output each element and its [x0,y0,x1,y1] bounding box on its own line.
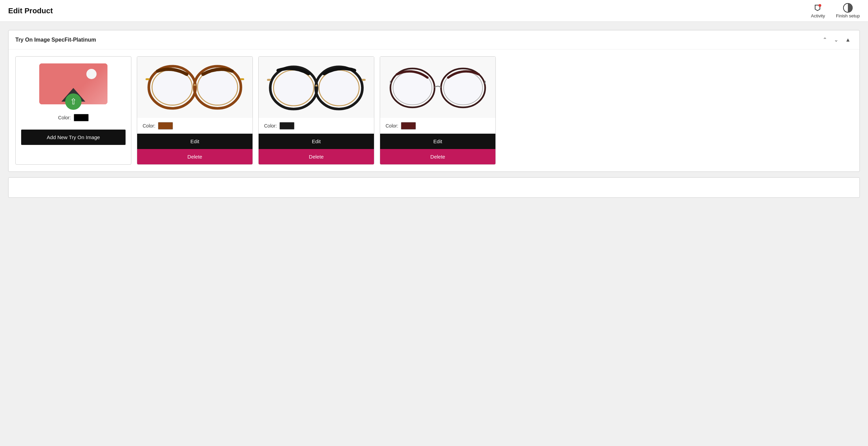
card-3-color-label: Color: [386,123,398,129]
finish-setup-icon [843,3,853,13]
card-1-color-label: Color: [143,123,155,129]
try-on-card-2: Color: Edit Delete [258,56,374,165]
panel-controls: ⌃ ⌄ ▲ [821,36,853,44]
upload-color-swatch[interactable] [74,114,89,121]
card-2-color-label: Color: [264,123,277,129]
panel-expand-up-btn[interactable]: ⌃ [821,36,829,44]
glasses-svg-3 [386,60,490,115]
main-content: Try On Image SpecFit-Platinum ⌃ ⌄ ▲ ⇧ Co… [0,22,868,206]
glasses-svg-1 [143,60,247,115]
page-title: Edit Product [8,6,53,15]
card-1-edit-button[interactable]: Edit [137,134,252,149]
card-3-color-row: Color: [386,122,490,130]
try-on-panel: Try On Image SpecFit-Platinum ⌃ ⌄ ▲ ⇧ Co… [8,30,860,172]
panel-expand-down-btn[interactable]: ⌄ [832,36,840,44]
header-actions: Activity Finish setup [811,3,860,18]
upload-icon-area: ⇧ [39,63,107,104]
app-header: Edit Product Activity [0,0,868,22]
svg-point-9 [274,70,314,106]
card-2-image [259,57,374,118]
add-new-try-on-button[interactable]: Add New Try On Image [21,130,126,145]
second-panel [8,177,860,198]
panel-title: Try On Image SpecFit-Platinum [15,37,96,43]
panel-header: Try On Image SpecFit-Platinum ⌃ ⌄ ▲ [9,30,859,49]
panel-collapse-btn[interactable]: ▲ [843,36,853,44]
svg-point-0 [819,4,821,7]
card-2-edit-button[interactable]: Edit [259,134,374,149]
card-1-delete-button[interactable]: Delete [137,149,252,164]
glasses-svg-2 [264,60,368,115]
upload-sun-icon [86,69,97,79]
card-1-body: Color: [137,118,252,130]
card-1-color-row: Color: [143,122,247,130]
svg-rect-6 [146,78,149,80]
upload-card: ⇧ Color: Add New Try On Image [15,56,131,165]
card-3-image [380,57,495,118]
card-2-color-swatch[interactable] [279,122,294,130]
try-on-card-3: Color: Edit Delete [380,56,496,165]
svg-rect-13 [362,79,365,81]
card-1-image [137,57,252,118]
card-3-body: Color: [380,118,495,130]
card-3-color-swatch[interactable] [401,122,416,130]
card-1-color-swatch[interactable] [158,122,173,130]
panel-body: ⇧ Color: Add New Try On Image [9,49,859,172]
finish-setup-label: Finish setup [836,13,860,18]
finish-setup-button[interactable]: Finish setup [836,3,860,18]
upload-arrow-icon: ⇧ [65,93,82,110]
svg-rect-7 [240,78,244,80]
svg-rect-12 [267,79,271,81]
try-on-card-1: Color: Edit Delete [137,56,253,165]
activity-icon [813,3,823,13]
upload-color-label: Color: [58,115,71,120]
upload-color-row: Color: [58,114,88,121]
card-2-delete-button[interactable]: Delete [259,149,374,164]
svg-point-11 [319,70,359,106]
card-2-color-row: Color: [264,122,368,130]
activity-label: Activity [811,13,825,18]
card-3-edit-button[interactable]: Edit [380,134,495,149]
card-2-body: Color: [259,118,374,130]
activity-button[interactable]: Activity [811,3,825,18]
card-3-delete-button[interactable]: Delete [380,149,495,164]
